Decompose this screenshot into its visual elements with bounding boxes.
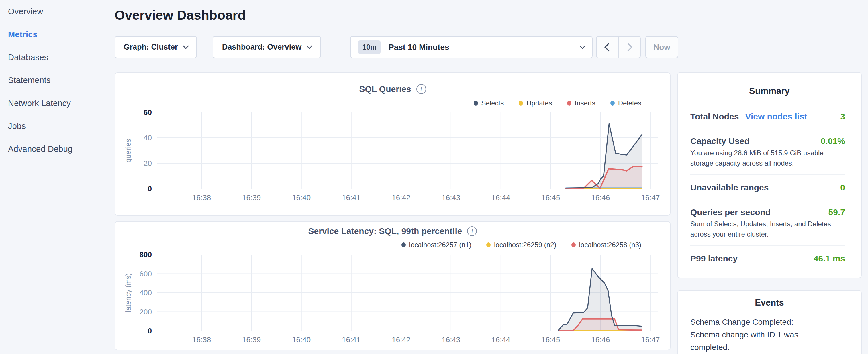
x-axis-tick-label: 16:46 — [581, 335, 621, 345]
sql-queries-chart-card: SQL QueriesiSelectsUpdatesInsertsDeletes… — [115, 72, 671, 216]
dashboard-dropdown-label: Dashboard: Overview — [222, 43, 302, 52]
time-range-badge: 10m — [358, 40, 380, 54]
legend-item[interactable]: Updates — [519, 99, 552, 107]
summary-row-value: 0.01% — [821, 136, 845, 147]
legend-item[interactable]: Inserts — [567, 99, 595, 107]
sidebar: OverviewMetricsDatabasesStatementsNetwor… — [0, 0, 112, 354]
summary-row-label: Queries per second — [690, 207, 771, 218]
sidebar-item-overview[interactable]: Overview — [0, 0, 112, 23]
x-axis-tick-label: 16:46 — [581, 193, 621, 202]
summary-row-label: P99 latency — [690, 253, 738, 264]
legend-label: Deletes — [618, 99, 641, 107]
graph-dropdown-label: Graph: Cluster — [124, 43, 178, 52]
summary-row: Queries per second59.7Sum of Selects, Up… — [690, 199, 845, 245]
chart-legend: SelectsUpdatesInsertsDeletes — [474, 98, 642, 108]
chart-plot[interactable] — [157, 255, 658, 331]
x-axis-tick-label: 16:41 — [331, 335, 371, 345]
legend-dot-icon — [519, 100, 523, 106]
legend-dot-icon — [486, 242, 491, 248]
x-axis-tick-label: 16:39 — [231, 335, 272, 345]
legend-label: localhost:26259 (n2) — [494, 241, 556, 249]
info-icon[interactable]: i — [467, 226, 477, 236]
x-axis-tick-label: 16:45 — [531, 193, 571, 202]
events-list: Schema Change Completed: Schema change w… — [678, 316, 861, 354]
summary-row-label: Capacity Used — [690, 136, 750, 147]
now-button-label: Now — [653, 43, 670, 52]
prev-time-button[interactable] — [597, 37, 618, 58]
legend-item[interactable]: localhost:26259 (n2) — [486, 241, 556, 249]
legend-label: localhost:26257 (n1) — [409, 241, 471, 249]
legend-label: Selects — [482, 99, 504, 107]
legend-label: Inserts — [575, 99, 595, 107]
sidebar-item-jobs[interactable]: Jobs — [0, 115, 112, 137]
x-axis-tick-label: 16:47 — [630, 193, 671, 202]
chart-plot[interactable] — [157, 112, 658, 189]
chevron-down-icon — [183, 43, 189, 49]
chart-title-row: SQL Queriesi — [115, 84, 670, 94]
summary-row-label: Unavailable ranges — [690, 182, 769, 193]
chart-legend: localhost:26257 (n1)localhost:26259 (n2)… — [401, 240, 641, 250]
legend-dot-icon — [567, 100, 571, 106]
controls-divider — [336, 36, 336, 58]
summary-row-value: 59.7 — [829, 207, 845, 218]
x-axis-tick-label: 16:40 — [281, 193, 321, 202]
legend-dot-icon — [474, 100, 478, 106]
legend-label: Updates — [526, 99, 552, 107]
dashboard-dropdown[interactable]: Dashboard: Overview — [213, 36, 321, 58]
event-text: Schema Change Completed: Schema change w… — [690, 316, 825, 354]
legend-item[interactable]: localhost:26258 (n3) — [571, 241, 641, 249]
summary-row-label: Total Nodes — [690, 111, 739, 122]
events-title: Events — [678, 297, 861, 308]
summary-row-value: 3 — [840, 111, 845, 122]
chevron-left-icon — [604, 43, 613, 52]
summary-row: Total NodesView nodes list3 — [690, 104, 845, 128]
chart-title: Service Latency: SQL, 99th percentile — [308, 226, 462, 236]
chevron-right-icon — [624, 43, 633, 52]
sidebar-item-advanced-debug[interactable]: Advanced Debug — [0, 137, 112, 160]
x-axis-tick-label: 16:47 — [630, 335, 671, 345]
sidebar-item-metrics[interactable]: Metrics — [0, 23, 112, 46]
next-time-button[interactable] — [618, 37, 640, 58]
sidebar-item-databases[interactable]: Databases — [0, 46, 112, 69]
summary-row-description: You are using 28.6 MiB of 515.9 GiB usab… — [690, 148, 845, 168]
x-axis-tick-label: 16:44 — [481, 193, 521, 202]
x-axis-tick-label: 16:40 — [281, 335, 321, 345]
chevron-down-icon — [580, 43, 585, 49]
app-root: OverviewMetricsDatabasesStatementsNetwor… — [0, 0, 868, 354]
now-button[interactable]: Now — [645, 36, 678, 58]
sidebar-item-network-latency[interactable]: Network Latency — [0, 92, 112, 115]
summary-row-description: Sum of Selects, Updates, Inserts, and De… — [690, 219, 845, 239]
legend-item[interactable]: Selects — [474, 99, 504, 107]
service-latency-chart-card: Service Latency: SQL, 99th percentileilo… — [115, 221, 671, 350]
summary-rows: Total NodesView nodes list3Capacity Used… — [690, 104, 845, 270]
time-range-label: Past 10 Minutes — [389, 43, 580, 52]
graph-dropdown[interactable]: Graph: Cluster — [115, 36, 197, 58]
events-panel: Events Schema Change Completed: Schema c… — [677, 290, 862, 354]
view-nodes-link[interactable]: View nodes list — [745, 111, 807, 122]
info-icon[interactable]: i — [416, 84, 426, 94]
page-title: Overview Dashboard — [115, 7, 246, 23]
summary-panel: Summary Total NodesView nodes list3Capac… — [677, 72, 862, 278]
time-window-select[interactable]: 10m Past 10 Minutes — [350, 36, 593, 58]
summary-row-value: 0 — [840, 182, 845, 193]
y-axis-label: latency (ms) — [124, 250, 132, 336]
event-item: Schema Change Completed: Schema change w… — [690, 316, 848, 354]
legend-label: localhost:26258 (n3) — [579, 241, 641, 249]
legend-item[interactable]: Deletes — [610, 99, 641, 107]
y-axis-label: queries — [124, 108, 132, 194]
summary-title: Summary — [678, 86, 861, 96]
summary-row: Capacity Used0.01%You are using 28.6 MiB… — [690, 128, 845, 174]
sidebar-item-statements[interactable]: Statements — [0, 69, 112, 92]
summary-row: P99 latency46.1 ms — [690, 245, 845, 270]
chart-title-row: Service Latency: SQL, 99th percentilei — [115, 226, 670, 236]
x-axis-tick-label: 16:42 — [381, 193, 421, 202]
x-axis-tick-label: 16:38 — [182, 193, 222, 202]
x-axis-tick-label: 16:38 — [182, 335, 222, 345]
summary-row: Unavailable ranges0 — [690, 174, 845, 199]
legend-dot-icon — [401, 242, 406, 248]
legend-item[interactable]: localhost:26257 (n1) — [401, 241, 471, 249]
chevron-down-icon — [306, 43, 312, 49]
chart-title: SQL Queries — [359, 84, 411, 94]
legend-dot-icon — [571, 242, 576, 248]
summary-row-value: 46.1 ms — [813, 253, 845, 264]
